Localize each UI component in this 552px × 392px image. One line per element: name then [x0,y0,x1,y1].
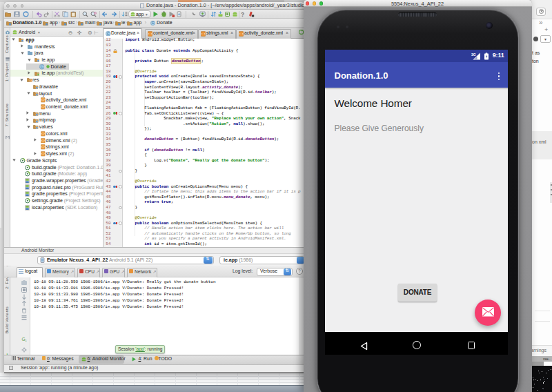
svg-text:C: C [107,31,110,35]
svg-text:C: C [151,21,154,25]
svg-text:C: C [40,65,43,69]
svg-text:G₁: G₁ [21,337,27,342]
svg-text:3G: 3G [471,52,476,57]
